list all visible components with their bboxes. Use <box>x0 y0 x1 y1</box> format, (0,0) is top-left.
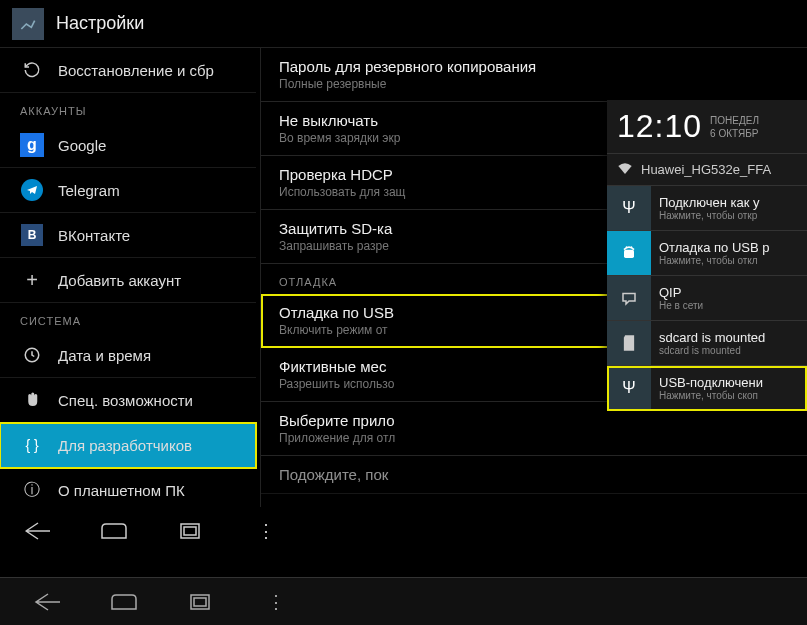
sidebar-item-vk[interactable]: B ВКонтакте <box>0 213 256 258</box>
recent-button[interactable] <box>162 515 218 547</box>
sidebar-label: Дата и время <box>58 347 151 364</box>
back-button[interactable] <box>10 515 66 547</box>
menu-button[interactable]: ⋮ <box>248 586 304 618</box>
sidebar-category-system: СИСТЕМА <box>0 303 256 333</box>
usb-icon: Ψ <box>607 366 651 410</box>
setting-wait-debug[interactable]: Подождите, пок <box>261 456 807 494</box>
plus-icon: + <box>20 268 44 292</box>
sidebar-item-google[interactable]: g Google <box>0 123 256 168</box>
notification-clock: 12:10 ПОНЕДЕЛ 6 ОКТЯБР <box>607 100 807 154</box>
app-header: Настройки <box>0 0 807 48</box>
notif-title: QIP <box>659 285 703 300</box>
android-icon <box>607 231 651 275</box>
back-button[interactable] <box>20 586 76 618</box>
sidebar-item-backup[interactable]: Восстановление и сбр <box>0 48 256 93</box>
sidebar-item-developer[interactable]: { } Для разработчиков <box>0 423 256 468</box>
vk-icon: B <box>20 223 44 247</box>
notif-subtitle: Нажмите, чтобы откр <box>659 210 760 221</box>
svg-rect-5 <box>184 527 196 535</box>
sdcard-icon <box>607 321 651 365</box>
sidebar-label: Для разработчиков <box>58 437 192 454</box>
sidebar-item-telegram[interactable]: Telegram <box>0 168 256 213</box>
sidebar-label: Google <box>58 137 106 154</box>
page-title: Настройки <box>56 13 144 34</box>
svg-rect-7 <box>194 598 206 606</box>
notification-qip[interactable]: QIP Не в сети <box>607 276 807 321</box>
notif-title: Подключен как у <box>659 195 760 210</box>
home-button[interactable] <box>86 515 142 547</box>
restore-icon <box>20 58 44 82</box>
wifi-name: Huawei_HG532e_FFA <box>641 162 771 177</box>
setting-title: Выберите прило <box>279 412 789 429</box>
sidebar-item-accessibility[interactable]: Спец. возможности <box>0 378 256 423</box>
clock-date: ПОНЕДЕЛ 6 ОКТЯБР <box>710 114 759 140</box>
google-icon: g <box>20 133 44 157</box>
sidebar-category-accounts: АККАУНТЫ <box>0 93 256 123</box>
setting-title: Пароль для резервного копирования <box>279 58 789 75</box>
setting-backup-password[interactable]: Пароль для резервного копирования Полные… <box>261 48 807 102</box>
notification-usb-connection[interactable]: Ψ USB-подключени Нажмите, чтобы скоп <box>607 366 807 411</box>
home-button[interactable] <box>96 586 152 618</box>
sidebar: Восстановление и сбр АККАУНТЫ g Google T… <box>0 48 260 528</box>
setting-subtitle: Приложение для отл <box>279 431 789 445</box>
notif-title: sdcard is mounted <box>659 330 765 345</box>
telegram-icon <box>20 178 44 202</box>
braces-icon: { } <box>20 433 44 457</box>
sidebar-label: Спец. возможности <box>58 392 193 409</box>
notif-subtitle: Нажмите, чтобы откл <box>659 255 769 266</box>
notif-subtitle: Не в сети <box>659 300 703 311</box>
notification-usb-debug[interactable]: Отладка по USB р Нажмите, чтобы откл <box>607 231 807 276</box>
sidebar-item-add-account[interactable]: + Добавить аккаунт <box>0 258 256 303</box>
usb-icon: Ψ <box>607 186 651 230</box>
setting-title: Подождите, пок <box>279 466 789 483</box>
notif-title: USB-подключени <box>659 375 763 390</box>
sidebar-label: ВКонтакте <box>58 227 130 244</box>
qip-icon <box>607 276 651 320</box>
notif-subtitle: sdcard is mounted <box>659 345 765 356</box>
wifi-icon <box>617 162 633 177</box>
menu-button[interactable]: ⋮ <box>238 515 294 547</box>
sidebar-label: Добавить аккаунт <box>58 272 181 289</box>
nav-bar-lower: ⋮ <box>0 577 807 625</box>
notification-usb-connected[interactable]: Ψ Подключен как у Нажмите, чтобы откр <box>607 186 807 231</box>
notif-title: Отладка по USB р <box>659 240 769 255</box>
notification-wifi[interactable]: Huawei_HG532e_FFA <box>607 154 807 186</box>
clock-icon <box>20 343 44 367</box>
info-icon: ⓘ <box>20 478 44 502</box>
sidebar-label: О планшетном ПК <box>58 482 185 499</box>
sidebar-item-datetime[interactable]: Дата и время <box>0 333 256 378</box>
notification-sdcard[interactable]: sdcard is mounted sdcard is mounted <box>607 321 807 366</box>
notification-panel: 12:10 ПОНЕДЕЛ 6 ОКТЯБР Huawei_HG532e_FFA… <box>607 100 807 411</box>
hand-icon <box>20 388 44 412</box>
recent-button[interactable] <box>172 586 228 618</box>
sidebar-label: Восстановление и сбр <box>58 62 214 79</box>
setting-subtitle: Полные резервные <box>279 77 789 91</box>
settings-icon <box>12 8 44 40</box>
notif-subtitle: Нажмите, чтобы скоп <box>659 390 763 401</box>
nav-bar-upper: ⋮ <box>0 507 330 555</box>
clock-time: 12:10 <box>617 108 702 145</box>
sidebar-label: Telegram <box>58 182 120 199</box>
svg-rect-1 <box>624 250 634 258</box>
